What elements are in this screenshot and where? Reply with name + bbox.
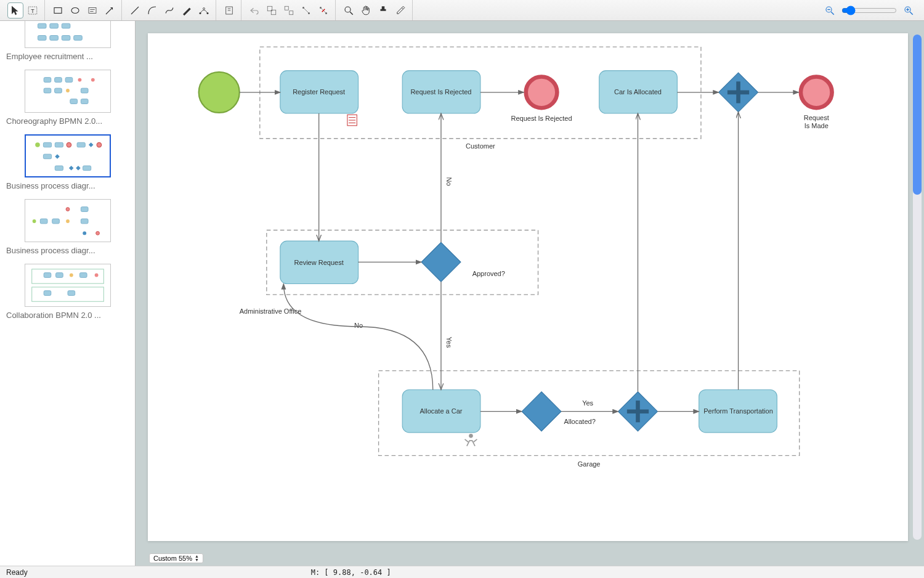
- person-icon: [465, 434, 477, 446]
- spline-tool[interactable]: [161, 2, 177, 18]
- thumbnail-4[interactable]: [25, 264, 111, 307]
- svg-point-98: [469, 434, 473, 438]
- rectangle-tool[interactable]: [50, 2, 66, 18]
- magnify-tool[interactable]: [341, 2, 357, 18]
- zoom-dropdown[interactable]: Custom 55% ▲▼: [149, 553, 203, 563]
- svg-rect-87: [79, 273, 87, 278]
- eyedropper-tool[interactable]: [392, 2, 408, 18]
- svg-line-20: [304, 8, 309, 13]
- svg-rect-62: [27, 136, 108, 176]
- thumbnail-4-label: Collaboration BPMN 2.0 ...: [6, 311, 129, 320]
- tool-group-edit: [243, 0, 336, 20]
- task-perform-label: Perform Transportation: [703, 407, 773, 415]
- svg-rect-42: [62, 23, 70, 28]
- svg-line-24: [324, 10, 326, 12]
- end-event-made-label2: Is Made: [804, 122, 829, 129]
- page-thumbnails-panel[interactable]: Employee recruitment ... Choreography BP…: [0, 21, 136, 566]
- tool-group-view: [337, 0, 413, 20]
- text-tool[interactable]: T: [25, 2, 41, 18]
- end-event-reject[interactable]: [526, 77, 557, 108]
- end-event-made-label1: Request: [804, 114, 829, 121]
- svg-point-61: [66, 89, 70, 92]
- svg-point-3: [71, 7, 79, 13]
- zoom-controls: [818, 0, 920, 20]
- thumbnail-3[interactable]: [25, 199, 111, 242]
- svg-rect-54: [44, 88, 51, 93]
- disconnect-tool[interactable]: [315, 2, 331, 18]
- pool-garage-label: Garage: [578, 460, 601, 468]
- svg-point-81: [83, 231, 86, 235]
- undo-tool[interactable]: [246, 2, 262, 18]
- node-edit-tool[interactable]: [196, 2, 212, 18]
- gateway-approved[interactable]: [421, 242, 461, 282]
- svg-rect-64: [43, 142, 51, 147]
- svg-rect-75: [52, 219, 59, 224]
- canvas-area[interactable]: Customer Administrative Office Garage Re…: [136, 21, 924, 566]
- task-car-allocated-label: Car Is Allocated: [614, 88, 662, 96]
- svg-line-7: [131, 7, 139, 14]
- start-event[interactable]: [199, 72, 240, 113]
- zoom-slider[interactable]: [841, 6, 897, 15]
- thumbnail-0[interactable]: [25, 21, 111, 48]
- pen-tool[interactable]: [179, 2, 195, 18]
- svg-rect-86: [55, 273, 63, 278]
- svg-point-73: [32, 219, 36, 223]
- gateway-parallel-garage[interactable]: [618, 392, 658, 431]
- svg-rect-41: [49, 23, 58, 28]
- edge-approved-no-label: No: [445, 177, 453, 186]
- end-event-reject-label: Request Is Rejected: [511, 115, 572, 122]
- svg-rect-17: [290, 10, 293, 14]
- thumbnail-1-label: Choreography BPMN 2.0...: [6, 116, 129, 126]
- thumbnail-3-label: Business process diagr...: [6, 246, 129, 255]
- thumbnail-1[interactable]: [25, 70, 111, 113]
- end-event-made[interactable]: [801, 77, 832, 108]
- group-tool[interactable]: [264, 2, 280, 18]
- tool-group-insert: [217, 0, 241, 20]
- pointer-tool[interactable]: [7, 2, 23, 18]
- svg-point-70: [67, 142, 71, 147]
- arrow-shape-tool[interactable]: [102, 2, 118, 18]
- svg-rect-89: [68, 291, 75, 296]
- svg-rect-88: [44, 291, 51, 296]
- ellipse-tool[interactable]: [67, 2, 83, 18]
- bpmn-diagram[interactable]: Customer Administrative Office Garage Re…: [148, 33, 908, 529]
- gateway-parallel-top[interactable]: [719, 73, 758, 112]
- connect-tool[interactable]: [298, 2, 314, 18]
- hand-tool[interactable]: [358, 2, 374, 18]
- svg-point-26: [345, 7, 351, 12]
- gateway-approved-label: Approved?: [472, 270, 505, 277]
- ungroup-tool[interactable]: [281, 2, 297, 18]
- zoom-in-button[interactable]: [901, 2, 917, 18]
- curve-tool[interactable]: [144, 2, 160, 18]
- svg-rect-67: [43, 154, 51, 159]
- svg-point-59: [78, 78, 81, 82]
- svg-point-10: [203, 7, 205, 9]
- textbox-tool[interactable]: [84, 2, 100, 18]
- vertical-scrollbar[interactable]: [913, 35, 922, 540]
- zoom-out-button[interactable]: [822, 2, 838, 18]
- status-coordinates: M: [ 9.88, -0.64 ]: [311, 568, 391, 577]
- edge-no-curve[interactable]: [283, 284, 432, 390]
- gateway-allocated[interactable]: [522, 392, 561, 431]
- zoom-stepper-icon[interactable]: ▲▼: [195, 555, 199, 562]
- svg-rect-82: [26, 264, 110, 306]
- insert-page-tool[interactable]: [221, 2, 237, 18]
- vertical-scrollbar-thumb[interactable]: [913, 35, 922, 195]
- line-tool[interactable]: [127, 2, 143, 18]
- svg-rect-53: [65, 78, 73, 83]
- task-allocate-label: Allocate a Car: [419, 407, 462, 415]
- canvas-page[interactable]: Customer Administrative Office Garage Re…: [148, 33, 908, 541]
- stamp-tool[interactable]: [375, 2, 391, 18]
- pool-admin-label: Administrative Office: [240, 307, 302, 315]
- thumbnail-2-selected[interactable]: [25, 134, 111, 177]
- edge-approved-yes-label: Yes: [445, 336, 453, 348]
- svg-point-91: [94, 274, 98, 277]
- svg-point-8: [200, 12, 201, 14]
- gateway-allocated-label: Allocated?: [564, 418, 595, 425]
- svg-rect-45: [62, 36, 70, 41]
- svg-rect-57: [70, 99, 77, 104]
- svg-rect-65: [55, 142, 63, 147]
- edge-allocated-no-label: No: [354, 322, 363, 329]
- svg-text:T: T: [31, 7, 34, 14]
- svg-rect-76: [81, 207, 88, 212]
